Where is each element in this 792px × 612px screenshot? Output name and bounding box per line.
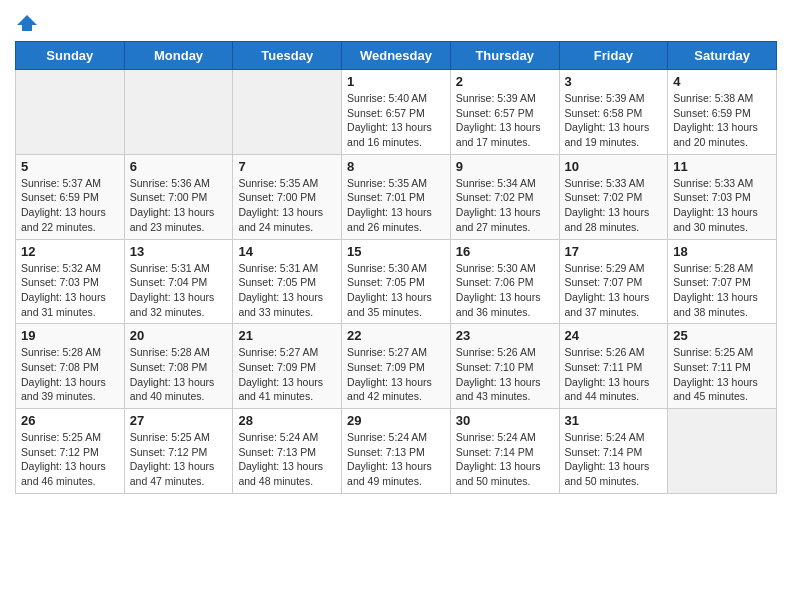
day-header-saturday: Saturday xyxy=(668,42,777,70)
cell-info: Sunrise: 5:38 AMSunset: 6:59 PMDaylight:… xyxy=(673,91,771,150)
calendar-cell: 15Sunrise: 5:30 AMSunset: 7:05 PMDayligh… xyxy=(342,239,451,324)
calendar-cell: 2Sunrise: 5:39 AMSunset: 6:57 PMDaylight… xyxy=(450,70,559,155)
cell-info: Sunrise: 5:24 AMSunset: 7:13 PMDaylight:… xyxy=(238,430,336,489)
calendar-cell xyxy=(668,409,777,494)
calendar-cell: 30Sunrise: 5:24 AMSunset: 7:14 PMDayligh… xyxy=(450,409,559,494)
calendar-header-row: SundayMondayTuesdayWednesdayThursdayFrid… xyxy=(16,42,777,70)
day-number: 5 xyxy=(21,159,119,174)
calendar-cell: 7Sunrise: 5:35 AMSunset: 7:00 PMDaylight… xyxy=(233,154,342,239)
day-number: 20 xyxy=(130,328,228,343)
day-header-tuesday: Tuesday xyxy=(233,42,342,70)
cell-info: Sunrise: 5:27 AMSunset: 7:09 PMDaylight:… xyxy=(347,345,445,404)
day-number: 6 xyxy=(130,159,228,174)
calendar-cell: 19Sunrise: 5:28 AMSunset: 7:08 PMDayligh… xyxy=(16,324,125,409)
day-header-thursday: Thursday xyxy=(450,42,559,70)
cell-info: Sunrise: 5:29 AMSunset: 7:07 PMDaylight:… xyxy=(565,261,663,320)
day-number: 11 xyxy=(673,159,771,174)
cell-info: Sunrise: 5:30 AMSunset: 7:05 PMDaylight:… xyxy=(347,261,445,320)
day-number: 19 xyxy=(21,328,119,343)
day-header-monday: Monday xyxy=(124,42,233,70)
day-number: 8 xyxy=(347,159,445,174)
logo-icon xyxy=(17,15,37,31)
day-number: 2 xyxy=(456,74,554,89)
calendar-cell: 11Sunrise: 5:33 AMSunset: 7:03 PMDayligh… xyxy=(668,154,777,239)
day-number: 4 xyxy=(673,74,771,89)
cell-info: Sunrise: 5:28 AMSunset: 7:07 PMDaylight:… xyxy=(673,261,771,320)
day-number: 18 xyxy=(673,244,771,259)
calendar-cell: 27Sunrise: 5:25 AMSunset: 7:12 PMDayligh… xyxy=(124,409,233,494)
day-number: 27 xyxy=(130,413,228,428)
cell-info: Sunrise: 5:34 AMSunset: 7:02 PMDaylight:… xyxy=(456,176,554,235)
calendar-cell: 6Sunrise: 5:36 AMSunset: 7:00 PMDaylight… xyxy=(124,154,233,239)
calendar-table: SundayMondayTuesdayWednesdayThursdayFrid… xyxy=(15,41,777,494)
week-row-3: 12Sunrise: 5:32 AMSunset: 7:03 PMDayligh… xyxy=(16,239,777,324)
day-number: 14 xyxy=(238,244,336,259)
week-row-5: 26Sunrise: 5:25 AMSunset: 7:12 PMDayligh… xyxy=(16,409,777,494)
week-row-2: 5Sunrise: 5:37 AMSunset: 6:59 PMDaylight… xyxy=(16,154,777,239)
cell-info: Sunrise: 5:37 AMSunset: 6:59 PMDaylight:… xyxy=(21,176,119,235)
calendar-cell: 17Sunrise: 5:29 AMSunset: 7:07 PMDayligh… xyxy=(559,239,668,324)
day-number: 28 xyxy=(238,413,336,428)
calendar-cell: 5Sunrise: 5:37 AMSunset: 6:59 PMDaylight… xyxy=(16,154,125,239)
day-number: 24 xyxy=(565,328,663,343)
day-number: 12 xyxy=(21,244,119,259)
calendar-cell xyxy=(124,70,233,155)
header xyxy=(15,15,777,31)
day-number: 22 xyxy=(347,328,445,343)
day-number: 31 xyxy=(565,413,663,428)
cell-info: Sunrise: 5:31 AMSunset: 7:04 PMDaylight:… xyxy=(130,261,228,320)
calendar-cell: 21Sunrise: 5:27 AMSunset: 7:09 PMDayligh… xyxy=(233,324,342,409)
calendar-cell: 29Sunrise: 5:24 AMSunset: 7:13 PMDayligh… xyxy=(342,409,451,494)
cell-info: Sunrise: 5:25 AMSunset: 7:12 PMDaylight:… xyxy=(130,430,228,489)
calendar-cell: 26Sunrise: 5:25 AMSunset: 7:12 PMDayligh… xyxy=(16,409,125,494)
calendar-cell: 28Sunrise: 5:24 AMSunset: 7:13 PMDayligh… xyxy=(233,409,342,494)
cell-info: Sunrise: 5:33 AMSunset: 7:03 PMDaylight:… xyxy=(673,176,771,235)
cell-info: Sunrise: 5:33 AMSunset: 7:02 PMDaylight:… xyxy=(565,176,663,235)
cell-info: Sunrise: 5:24 AMSunset: 7:13 PMDaylight:… xyxy=(347,430,445,489)
day-number: 29 xyxy=(347,413,445,428)
calendar-cell: 10Sunrise: 5:33 AMSunset: 7:02 PMDayligh… xyxy=(559,154,668,239)
logo xyxy=(15,15,37,31)
cell-info: Sunrise: 5:39 AMSunset: 6:58 PMDaylight:… xyxy=(565,91,663,150)
cell-info: Sunrise: 5:31 AMSunset: 7:05 PMDaylight:… xyxy=(238,261,336,320)
calendar-cell: 18Sunrise: 5:28 AMSunset: 7:07 PMDayligh… xyxy=(668,239,777,324)
day-number: 26 xyxy=(21,413,119,428)
cell-info: Sunrise: 5:24 AMSunset: 7:14 PMDaylight:… xyxy=(456,430,554,489)
day-number: 1 xyxy=(347,74,445,89)
page: SundayMondayTuesdayWednesdayThursdayFrid… xyxy=(0,0,792,509)
cell-info: Sunrise: 5:32 AMSunset: 7:03 PMDaylight:… xyxy=(21,261,119,320)
day-number: 16 xyxy=(456,244,554,259)
calendar-cell: 25Sunrise: 5:25 AMSunset: 7:11 PMDayligh… xyxy=(668,324,777,409)
week-row-1: 1Sunrise: 5:40 AMSunset: 6:57 PMDaylight… xyxy=(16,70,777,155)
day-number: 30 xyxy=(456,413,554,428)
cell-info: Sunrise: 5:24 AMSunset: 7:14 PMDaylight:… xyxy=(565,430,663,489)
cell-info: Sunrise: 5:35 AMSunset: 7:01 PMDaylight:… xyxy=(347,176,445,235)
calendar-cell: 16Sunrise: 5:30 AMSunset: 7:06 PMDayligh… xyxy=(450,239,559,324)
calendar-cell: 9Sunrise: 5:34 AMSunset: 7:02 PMDaylight… xyxy=(450,154,559,239)
day-number: 7 xyxy=(238,159,336,174)
day-header-sunday: Sunday xyxy=(16,42,125,70)
day-number: 15 xyxy=(347,244,445,259)
calendar-cell: 31Sunrise: 5:24 AMSunset: 7:14 PMDayligh… xyxy=(559,409,668,494)
cell-info: Sunrise: 5:40 AMSunset: 6:57 PMDaylight:… xyxy=(347,91,445,150)
calendar-cell: 1Sunrise: 5:40 AMSunset: 6:57 PMDaylight… xyxy=(342,70,451,155)
calendar-cell: 20Sunrise: 5:28 AMSunset: 7:08 PMDayligh… xyxy=(124,324,233,409)
calendar-cell: 22Sunrise: 5:27 AMSunset: 7:09 PMDayligh… xyxy=(342,324,451,409)
svg-marker-0 xyxy=(17,15,37,31)
calendar-cell: 23Sunrise: 5:26 AMSunset: 7:10 PMDayligh… xyxy=(450,324,559,409)
day-header-friday: Friday xyxy=(559,42,668,70)
cell-info: Sunrise: 5:25 AMSunset: 7:12 PMDaylight:… xyxy=(21,430,119,489)
day-number: 21 xyxy=(238,328,336,343)
day-number: 23 xyxy=(456,328,554,343)
day-number: 10 xyxy=(565,159,663,174)
calendar-cell: 24Sunrise: 5:26 AMSunset: 7:11 PMDayligh… xyxy=(559,324,668,409)
cell-info: Sunrise: 5:28 AMSunset: 7:08 PMDaylight:… xyxy=(130,345,228,404)
calendar-cell: 12Sunrise: 5:32 AMSunset: 7:03 PMDayligh… xyxy=(16,239,125,324)
cell-info: Sunrise: 5:27 AMSunset: 7:09 PMDaylight:… xyxy=(238,345,336,404)
cell-info: Sunrise: 5:25 AMSunset: 7:11 PMDaylight:… xyxy=(673,345,771,404)
day-number: 9 xyxy=(456,159,554,174)
week-row-4: 19Sunrise: 5:28 AMSunset: 7:08 PMDayligh… xyxy=(16,324,777,409)
day-number: 13 xyxy=(130,244,228,259)
cell-info: Sunrise: 5:28 AMSunset: 7:08 PMDaylight:… xyxy=(21,345,119,404)
day-number: 25 xyxy=(673,328,771,343)
